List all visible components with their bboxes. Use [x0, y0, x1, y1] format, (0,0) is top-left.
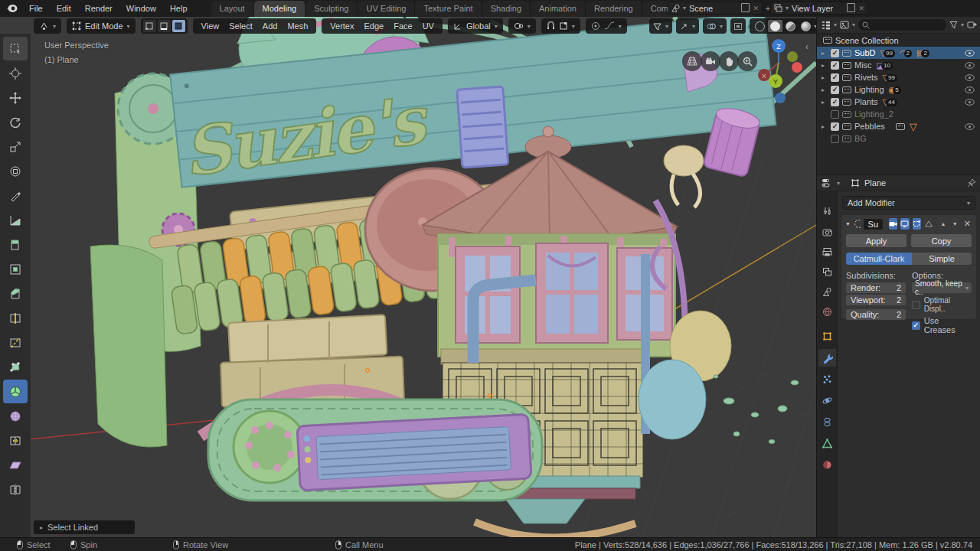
menu-window[interactable]: Window	[119, 0, 163, 17]
camera-view-button[interactable]	[701, 51, 720, 71]
outliner-row-misc[interactable]: ▸ ✓ Misc ◪10	[817, 59, 980, 71]
outliner-row-bg[interactable]: BG	[817, 132, 980, 145]
properties-editor-icon[interactable]	[822, 178, 832, 187]
tab-animation[interactable]: Animation	[531, 1, 586, 17]
mode-selector[interactable]: Edit Mode ▾	[67, 18, 136, 34]
tool-transform[interactable]	[3, 159, 28, 183]
viewport-subdivisions-field[interactable]: Viewport:2	[846, 295, 906, 305]
pivot-point-selector[interactable]: ▾	[508, 18, 536, 34]
tab-object-data[interactable]	[818, 435, 836, 452]
simple-button[interactable]: Simple	[912, 253, 972, 265]
pin-icon[interactable]	[967, 178, 976, 187]
filter-icon[interactable]	[949, 21, 958, 29]
tool-loop-cut[interactable]	[3, 306, 28, 330]
tab-rendering[interactable]: Rendering	[586, 1, 642, 17]
tool-bevel[interactable]	[3, 282, 28, 305]
display-mode-icon[interactable]	[840, 21, 849, 29]
modifier-editmode-toggle[interactable]	[913, 218, 921, 230]
tool-measure[interactable]	[3, 208, 28, 232]
tab-material[interactable]	[818, 456, 836, 474]
tab-physics[interactable]	[818, 392, 836, 409]
tab-texture-paint[interactable]: Texture Paint	[415, 1, 482, 17]
tab-modifiers[interactable]	[818, 349, 836, 367]
checkbox-unchecked-icon[interactable]	[831, 135, 839, 143]
outliner-root[interactable]: Scene Collection	[817, 34, 980, 47]
tab-sculpting[interactable]: Sculpting	[305, 1, 358, 17]
new-scene-icon[interactable]	[743, 5, 750, 12]
sidebar-collapse-arrow[interactable]: ‹	[805, 41, 808, 52]
menu-add[interactable]: Add	[260, 21, 281, 31]
tool-smooth[interactable]	[3, 404, 28, 428]
xray-toggle[interactable]	[730, 18, 746, 34]
outliner-editor-icon[interactable]	[821, 21, 831, 30]
add-modifier-dropdown[interactable]: Add Modifier ▾	[842, 196, 975, 210]
new-view-layer-icon[interactable]	[848, 5, 855, 12]
blender-logo-icon[interactable]	[6, 4, 18, 13]
unlink-scene-icon[interactable]: ✕	[753, 5, 759, 12]
checkbox-checked-icon[interactable]: ✓	[831, 49, 839, 57]
use-creases-checkbox[interactable]: ✓ Use Creases	[912, 316, 972, 334]
tab-constraints[interactable]	[818, 413, 836, 431]
object-visibility-dropdown[interactable]: ▾	[649, 18, 672, 34]
tab-modeling[interactable]: Modeling	[254, 1, 306, 17]
remove-view-layer-icon[interactable]: ✕	[858, 5, 864, 12]
shading-solid-button[interactable]	[768, 20, 782, 32]
outliner-row-lighting-2[interactable]: Lighting_2	[817, 108, 980, 120]
expand-arrow-icon[interactable]: ▸	[822, 50, 828, 57]
modifier-close-icon[interactable]: ✕	[962, 219, 972, 229]
outliner-row-lighting[interactable]: ▸ ✓ Lighting ◉5	[817, 83, 980, 96]
tool-rotate[interactable]	[3, 110, 28, 134]
menu-mesh[interactable]: Mesh	[284, 21, 311, 31]
tab-output[interactable]	[818, 243, 836, 261]
outliner-row-pebbles[interactable]: ▸ ✓ Pebbles ▽	[817, 120, 980, 132]
perspective-toggle-button[interactable]	[682, 51, 702, 71]
checkbox-checked-icon[interactable]: ✓	[831, 98, 839, 106]
shading-wireframe-button[interactable]	[753, 20, 767, 32]
checkbox-checked-icon[interactable]: ✓	[831, 122, 839, 131]
expand-arrow-icon[interactable]: ▸	[822, 62, 828, 69]
modifier-render-toggle[interactable]	[889, 218, 897, 230]
uv-smooth-dropdown[interactable]: Smooth, keep c..▾	[912, 282, 972, 293]
menu-edit[interactable]: Edit	[50, 0, 78, 17]
menu-render[interactable]: Render	[78, 0, 119, 17]
scene-selector[interactable]: ▾ Scene ✕	[668, 2, 763, 15]
menu-file[interactable]: File	[22, 0, 50, 17]
menu-view[interactable]: View	[198, 21, 223, 31]
overlays-dropdown[interactable]: ▾	[703, 18, 727, 34]
outliner-search-input[interactable]	[858, 19, 946, 31]
catmull-clark-button[interactable]: Catmull-Clark	[846, 253, 912, 265]
menu-help[interactable]: Help	[163, 0, 194, 17]
proportional-edit-controls[interactable]: ▾	[586, 18, 627, 34]
editor-type-selector[interactable]: ▾	[34, 18, 61, 34]
eye-icon[interactable]	[965, 50, 975, 57]
eye-icon[interactable]	[965, 74, 975, 81]
tool-cursor[interactable]	[3, 61, 28, 85]
edge-select-button[interactable]	[158, 20, 171, 32]
expand-arrow-icon[interactable]: ▸	[822, 123, 828, 130]
transform-orientation-selector[interactable]: Global ▾	[448, 18, 503, 34]
face-select-button[interactable]	[172, 20, 185, 32]
expand-arrow-icon[interactable]: ▸	[822, 99, 828, 106]
modifier-realtime-toggle[interactable]	[900, 218, 909, 230]
eye-icon[interactable]	[965, 99, 975, 106]
menu-select[interactable]: Select	[226, 21, 256, 31]
tool-knife[interactable]	[3, 331, 28, 354]
outliner-row-rivets[interactable]: ▸ ✓ Rivets ▽99	[817, 71, 980, 83]
modifier-oncage-toggle[interactable]	[924, 218, 933, 230]
tab-layout[interactable]: Layout	[211, 1, 254, 17]
tool-shear[interactable]	[3, 453, 28, 477]
checkbox-checked-icon[interactable]: ✓	[831, 61, 839, 70]
tab-object[interactable]	[818, 328, 836, 345]
tool-extrude-region[interactable]	[3, 233, 28, 256]
expand-arrow-icon[interactable]: ▸	[822, 74, 828, 81]
navigation-gizmo[interactable]: Z X Y	[753, 35, 808, 106]
tool-spin[interactable]	[3, 380, 28, 403]
outliner-row-subd[interactable]: ▸ ✓ SubD ▽99 ◠2 ▤2	[817, 47, 980, 59]
tab-uv-editing[interactable]: UV Editing	[358, 1, 415, 17]
outliner-row-plants[interactable]: ▸ ✓ Plants ▽44	[817, 96, 980, 108]
expand-arrow-icon[interactable]: ▸	[822, 86, 828, 93]
optimal-display-checkbox[interactable]: Optimal Displ..	[912, 296, 972, 313]
gizmo-y-neg[interactable]	[787, 51, 798, 62]
modifier-name-field[interactable]: Su	[864, 219, 883, 230]
menu-uv[interactable]: UV	[420, 21, 437, 31]
